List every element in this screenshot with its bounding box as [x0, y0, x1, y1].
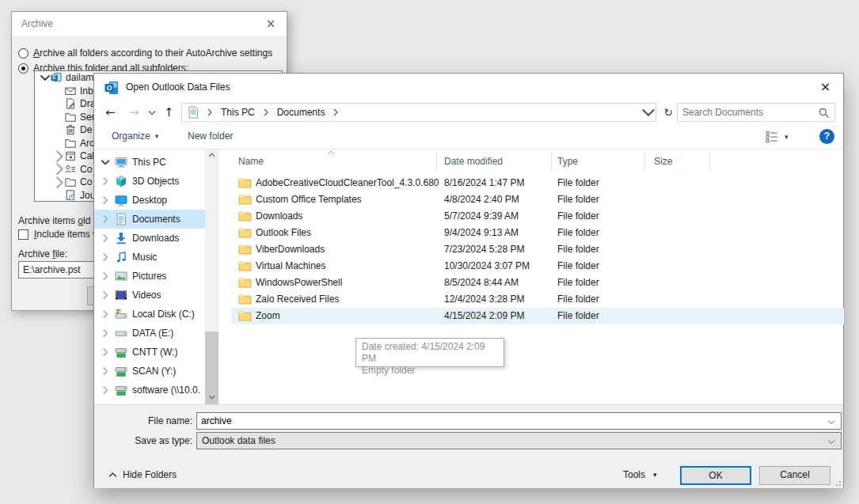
file-name[interactable]: Zoom — [256, 310, 280, 321]
inbox-icon — [65, 85, 76, 97]
sidebar-item-local-disk-c[interactable]: Local Disk (C:) — [94, 305, 205, 324]
folder-yellow-icon — [238, 226, 252, 239]
new-folder-button[interactable]: New folder — [188, 131, 233, 142]
file-date-modified: 9/4/2024 9:13 AM — [444, 227, 519, 238]
sidebar-item-cntt-w[interactable]: CNTT (W:) — [94, 343, 205, 362]
help-icon[interactable]: ? — [819, 129, 834, 144]
file-row[interactable]: Virtual Machines10/30/2024 3:07 PMFile f… — [231, 258, 844, 275]
radio-icon[interactable] — [18, 48, 29, 59]
save-as-type-value: Outlook data files — [202, 435, 276, 446]
svg-text:E: E — [52, 75, 56, 81]
tools-button[interactable]: Tools ▾ — [623, 469, 657, 480]
file-name[interactable]: Custom Office Templates — [256, 194, 362, 205]
file-row[interactable]: ViberDownloads7/23/2024 5:28 PMFile fold… — [231, 241, 844, 258]
chevron-down-icon[interactable] — [641, 108, 656, 117]
close-icon[interactable]: × — [255, 12, 287, 36]
save-as-type-label: Save as type: — [97, 435, 192, 446]
breadcrumb[interactable]: This PC Documents — [181, 103, 656, 122]
sidebar-item-music[interactable]: Music — [94, 248, 205, 267]
sidebar-scrollbar[interactable] — [205, 150, 219, 404]
chevron-down-icon[interactable] — [40, 73, 51, 82]
chevron-right-icon[interactable] — [101, 195, 110, 205]
file-name[interactable]: Downloads — [256, 210, 302, 222]
folder-yellow-icon — [238, 176, 252, 189]
chevron-right-icon[interactable] — [101, 347, 110, 357]
documents-icon — [115, 213, 127, 225]
archive-older-label: Archive items old — [18, 215, 90, 226]
save-as-type-select[interactable]: Outlook data files — [196, 432, 842, 449]
file-name[interactable]: Zalo Received Files — [256, 294, 339, 305]
sidebar-item-pictures[interactable]: Pictures — [94, 267, 205, 286]
sidebar-item-software-10-0[interactable]: software (\\10.0. — [94, 381, 205, 400]
chevron-right-icon[interactable] — [101, 214, 110, 224]
breadcrumb-documents[interactable]: Documents — [272, 107, 330, 118]
breadcrumb-this-pc[interactable]: This PC — [216, 107, 260, 118]
sidebar-item-this-pc[interactable]: This PC — [94, 153, 205, 172]
sidebar-item-documents[interactable]: Documents — [94, 210, 205, 229]
chevron-right-icon[interactable] — [101, 290, 110, 300]
hide-folders-button[interactable]: Hide Folders — [108, 469, 177, 480]
back-icon[interactable]: ← — [105, 104, 116, 121]
archive-titlebar[interactable]: Archive × — [12, 12, 287, 36]
file-name[interactable]: AdobeCreativeCloudCleanerTool_4.3.0.680 — [256, 177, 439, 188]
forward-icon[interactable]: → — [129, 104, 139, 121]
search-input[interactable] — [682, 104, 809, 120]
dialog-titlebar[interactable]: O Open Outlook Data Files × — [94, 74, 843, 102]
file-row[interactable]: WindowsPowerShell8/5/2024 8:44 AMFile fo… — [231, 275, 844, 291]
file-name[interactable]: ViberDownloads — [256, 244, 325, 255]
chevron-right-icon[interactable] — [101, 385, 110, 395]
chevron-down-icon[interactable] — [101, 157, 110, 167]
column-date[interactable]: Date modified — [444, 156, 503, 167]
search-box[interactable] — [677, 103, 835, 122]
chevron-right-icon[interactable] — [101, 176, 110, 186]
chevron-right-icon[interactable] — [101, 271, 110, 281]
file-row[interactable]: Outlook Files9/4/2024 9:13 AMFile folder — [231, 225, 844, 241]
chevron-right-icon[interactable] — [101, 233, 110, 243]
file-name[interactable]: WindowsPowerShell — [256, 277, 342, 288]
chevron-right-icon[interactable] — [54, 151, 65, 161]
close-icon[interactable]: × — [808, 74, 843, 102]
chevron-right-icon[interactable] — [54, 165, 65, 174]
sidebar-item-3d-objects[interactable]: 3D Objects — [94, 172, 205, 191]
chevron-right-icon[interactable] — [101, 328, 110, 338]
refresh-icon[interactable]: ↻ — [659, 104, 677, 122]
chevron-down-icon[interactable] — [148, 110, 156, 116]
tools-label: Tools — [623, 469, 645, 480]
chevron-right-icon[interactable] — [54, 177, 65, 187]
sidebar-item-videos[interactable]: Videos — [94, 286, 205, 305]
command-bar: Organize ▾ New folder ▾ ? — [94, 124, 843, 150]
sidebar-item-desktop[interactable]: Desktop — [94, 191, 205, 210]
column-size[interactable]: Size — [654, 156, 672, 167]
file-name[interactable]: Virtual Machines — [256, 260, 326, 271]
chevron-right-icon[interactable] — [101, 366, 110, 376]
radio-archive-all[interactable]: Archive all folders according to their A… — [18, 47, 272, 59]
view-options-icon[interactable] — [766, 131, 778, 143]
chevron-right-icon[interactable] — [101, 309, 110, 319]
ok-button[interactable]: OK — [680, 466, 751, 485]
radio-icon[interactable] — [18, 63, 29, 74]
file-name[interactable]: Outlook Files — [256, 227, 311, 238]
organize-button[interactable]: Organize ▾ — [112, 131, 158, 142]
file-row[interactable]: Custom Office Templates4/8/2024 2:40 PMF… — [231, 191, 844, 208]
file-row[interactable]: Downloads5/7/2024 9:39 AMFile folder — [231, 208, 844, 225]
file-row[interactable]: Zalo Received Files12/4/2024 3:28 PMFile… — [231, 291, 844, 308]
tooltip-empty-folder: Empty folder — [362, 365, 498, 377]
column-name[interactable]: Name — [238, 156, 264, 167]
file-row[interactable]: Zoom4/15/2024 2:09 PMFile folder — [231, 308, 844, 324]
column-type[interactable]: Type — [557, 156, 578, 167]
chevron-down-icon[interactable] — [827, 419, 835, 425]
chevron-down-icon[interactable]: ▾ — [785, 133, 789, 141]
chevron-right-icon[interactable] — [101, 252, 110, 262]
checkbox-icon[interactable] — [18, 229, 29, 240]
sidebar-item-downloads[interactable]: Downloads — [94, 229, 205, 248]
up-icon[interactable]: ↑ — [164, 104, 174, 121]
cancel-button[interactable]: Cancel — [759, 466, 830, 485]
file-row[interactable]: AdobeCreativeCloudCleanerTool_4.3.0.6808… — [231, 175, 844, 191]
folder-yellow-icon — [238, 210, 252, 222]
include-items-row[interactable]: Include items w — [18, 229, 100, 240]
file-name-input[interactable] — [201, 414, 819, 428]
resize-grip[interactable] — [834, 479, 842, 487]
sidebar-item-data-e[interactable]: DATA (E:) — [94, 324, 205, 343]
sidebar-item-scan-y[interactable]: SCAN (Y:) — [94, 362, 205, 381]
sidebar-item-label: DATA (E:) — [132, 328, 173, 339]
